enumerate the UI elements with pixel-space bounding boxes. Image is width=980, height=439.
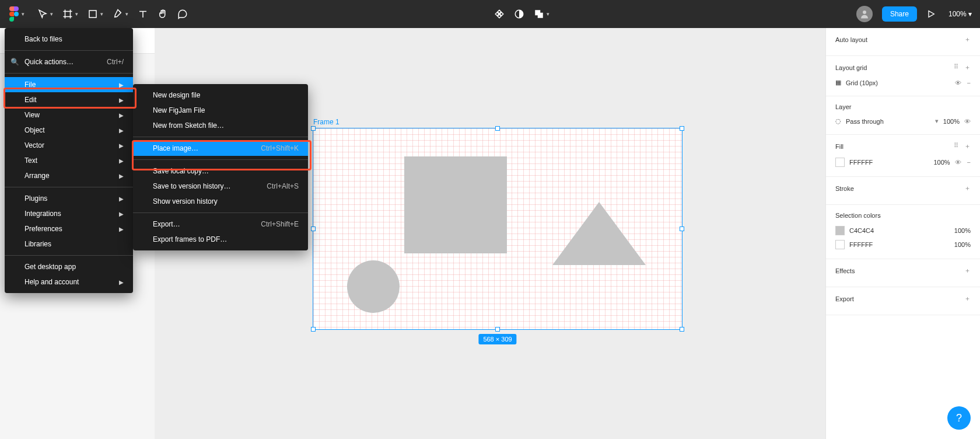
chevron-right-icon: ▶ <box>119 82 124 88</box>
add-icon[interactable]: ＋ <box>964 35 971 44</box>
comment-tool-button[interactable] <box>173 0 192 28</box>
chevron-down-icon[interactable]: ▾ <box>935 117 939 125</box>
grid-type-icon[interactable]: ▦ <box>835 79 841 86</box>
share-button[interactable]: Share <box>882 6 917 22</box>
menu-item-view[interactable]: View ▶ <box>5 107 133 123</box>
main-menu-button[interactable]: ▾ <box>0 0 33 28</box>
add-icon[interactable]: ＋ <box>964 184 971 193</box>
menu-item-help[interactable]: Help and account ▶ <box>5 274 133 290</box>
blend-mode-icon[interactable]: ◌ <box>835 117 841 125</box>
ellipse-shape[interactable] <box>347 260 400 313</box>
menu-item-file[interactable]: File ▶ <box>5 77 133 92</box>
remove-icon[interactable]: − <box>967 79 971 86</box>
selection-color-hex[interactable]: C4C4C4 <box>849 227 950 234</box>
add-icon[interactable]: ＋ <box>964 294 971 303</box>
chevron-right-icon: ▶ <box>119 158 124 164</box>
menu-item-edit[interactable]: Edit ▶ <box>5 92 133 107</box>
svg-point-0 <box>14 12 19 16</box>
chevron-right-icon: ▶ <box>119 211 124 217</box>
add-icon[interactable]: ＋ <box>964 266 971 275</box>
polygon-shape[interactable] <box>552 202 646 265</box>
chevron-right-icon: ▶ <box>119 97 124 103</box>
help-button[interactable]: ? <box>947 406 971 430</box>
selection-handle[interactable] <box>311 126 316 131</box>
main-menu: Back to files 🔍 Quick actions… Ctrl+/ Fi… <box>5 28 133 293</box>
submenu-item-place-image[interactable]: Place image… Ctrl+Shift+K <box>133 141 308 156</box>
chevron-down-icon: ▾ <box>22 11 24 17</box>
submenu-item-show-version-history[interactable]: Show version history <box>133 194 308 209</box>
boolean-tool-button[interactable]: ▾ <box>529 0 554 28</box>
menu-item-get-desktop-app[interactable]: Get desktop app <box>5 259 133 274</box>
submenu-item-export-frames-pdf[interactable]: Export frames to PDF… <box>133 232 308 247</box>
file-submenu: New design file New FigJam File New from… <box>133 84 308 250</box>
color-swatch[interactable] <box>835 226 845 235</box>
add-icon[interactable]: ＋ <box>964 142 971 151</box>
selection-handle[interactable] <box>495 327 500 332</box>
selection-colors-heading: Selection colors <box>835 212 881 219</box>
menu-item-text[interactable]: Text ▶ <box>5 153 133 168</box>
selection-color-hex[interactable]: FFFFFF <box>849 241 950 248</box>
color-swatch[interactable] <box>835 240 845 249</box>
rectangle-shape[interactable] <box>404 156 507 253</box>
fill-opacity-input[interactable]: 100% <box>933 159 950 166</box>
union-icon <box>534 9 544 19</box>
chevron-right-icon: ▶ <box>119 112 124 119</box>
layer-heading: Layer <box>835 103 852 110</box>
eye-icon[interactable]: 👁 <box>955 79 961 86</box>
eye-icon[interactable]: 👁 <box>955 159 961 166</box>
add-icon[interactable]: ＋ <box>964 63 971 72</box>
menu-item-object[interactable]: Object ▶ <box>5 123 133 138</box>
menu-item-arrange[interactable]: Arrange ▶ <box>5 168 133 183</box>
user-avatar[interactable] <box>856 6 873 22</box>
rectangle-icon <box>88 9 98 19</box>
selection-handle[interactable] <box>311 327 316 332</box>
text-tool-button[interactable] <box>133 0 153 28</box>
menu-item-integrations[interactable]: Integrations ▶ <box>5 206 133 221</box>
selection-handle[interactable] <box>311 227 316 231</box>
pen-icon <box>113 9 123 19</box>
submenu-item-new-design-file[interactable]: New design file <box>133 88 308 103</box>
fill-swatch[interactable] <box>835 158 845 167</box>
menu-item-preferences[interactable]: Preferences ▶ <box>5 221 133 236</box>
zoom-dropdown[interactable]: 100% ▾ <box>940 10 980 18</box>
figma-logo-icon <box>9 6 19 22</box>
submenu-item-new-figjam-file[interactable]: New FigJam File <box>133 103 308 118</box>
grid-style-icon[interactable]: ⠿ <box>954 63 958 72</box>
frame[interactable] <box>313 128 682 329</box>
selection-handle[interactable] <box>680 126 684 131</box>
hand-tool-button[interactable] <box>153 0 173 28</box>
grid-value[interactable]: Grid (10px) <box>846 79 950 86</box>
fill-hex-input[interactable]: FFFFFF <box>849 159 929 166</box>
shape-tool-button[interactable]: ▾ <box>83 0 108 28</box>
layer-opacity-input[interactable]: 100% <box>943 118 960 125</box>
submenu-item-new-from-sketch[interactable]: New from Sketch file… <box>133 118 308 133</box>
submenu-item-save-version-history[interactable]: Save to version history… Ctrl+Alt+S <box>133 179 308 194</box>
pen-tool-button[interactable]: ▾ <box>108 0 133 28</box>
menu-item-back-to-files[interactable]: Back to files <box>5 32 133 47</box>
menu-separator <box>133 137 308 137</box>
menu-item-quick-actions[interactable]: 🔍 Quick actions… Ctrl+/ <box>5 54 133 69</box>
selection-color-opacity[interactable]: 100% <box>954 227 971 234</box>
blend-mode-select[interactable]: Pass through <box>846 118 930 125</box>
move-tool-button[interactable]: ▾ <box>33 0 58 28</box>
submenu-item-export[interactable]: Export… Ctrl+Shift+E <box>133 217 308 232</box>
selection-handle[interactable] <box>495 126 500 131</box>
fill-style-icon[interactable]: ⠿ <box>954 142 958 151</box>
frame-tool-button[interactable]: ▾ <box>58 0 83 28</box>
menu-item-vector[interactable]: Vector ▶ <box>5 138 133 153</box>
selection-color-opacity[interactable]: 100% <box>954 241 971 248</box>
menu-item-plugins[interactable]: Plugins ▶ <box>5 191 133 206</box>
svg-point-3 <box>863 11 866 14</box>
selection-handle[interactable] <box>680 227 684 231</box>
present-button[interactable] <box>922 0 940 28</box>
component-tool-button[interactable] <box>489 0 509 28</box>
mask-tool-button[interactable] <box>509 0 529 28</box>
menu-item-libraries[interactable]: Libraries <box>5 236 133 252</box>
help-icon: ? <box>956 412 962 424</box>
submenu-item-save-local-copy[interactable]: Save local copy… <box>133 163 308 179</box>
chevron-down-icon: ▾ <box>547 11 550 17</box>
remove-icon[interactable]: − <box>967 159 971 166</box>
selection-handle[interactable] <box>680 327 684 332</box>
eye-icon[interactable]: 👁 <box>964 118 971 125</box>
frame-label[interactable]: Frame 1 <box>313 118 340 126</box>
